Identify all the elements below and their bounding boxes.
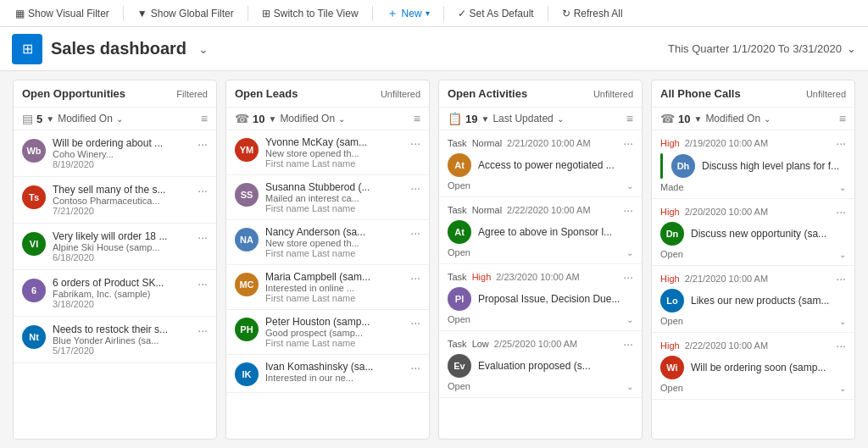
more-options-icon[interactable]: ··· <box>407 181 420 195</box>
status-chevron-icon[interactable]: ⌄ <box>839 183 846 192</box>
open-opportunities-filter-icon[interactable]: ≡ <box>201 112 208 125</box>
more-options-icon[interactable]: ··· <box>194 277 208 290</box>
more-options-icon[interactable]: ··· <box>407 136 420 150</box>
opportunity-content: Needs to restock their s... Blue Yonder … <box>53 324 187 356</box>
title-chevron-icon[interactable]: ⌄ <box>198 42 209 56</box>
status-chevron-icon[interactable]: ⌄ <box>626 181 633 191</box>
more-options-icon[interactable]: ··· <box>194 184 208 197</box>
more-options-icon[interactable]: ··· <box>836 136 846 150</box>
dashboard-header: ⊞ Sales dashboard ⌄ This Quarter 1/1/202… <box>0 27 868 71</box>
activity-item[interactable]: Task Low 2/25/2020 10:00 AM ··· Ev Evalu… <box>439 331 642 398</box>
phone-call-item[interactable]: High 2/21/2020 10:00 AM ··· Lo Likes our… <box>652 266 854 333</box>
new-button[interactable]: ＋ New ▾ <box>380 3 437 24</box>
opportunity-content: Very likely will order 18 ... Alpine Ski… <box>53 230 187 263</box>
date-range-selector[interactable]: This Quarter 1/1/2020 To 3/31/2020 ⌄ <box>668 42 856 55</box>
phone-call-item[interactable]: High 2/20/2020 10:00 AM ··· Dn Discuss n… <box>652 199 854 266</box>
more-options-icon[interactable]: ··· <box>836 272 846 285</box>
open-leads-filter-tag: Unfiltered <box>381 89 420 99</box>
lead-description: Interested in online ... <box>265 283 400 293</box>
more-options-icon[interactable]: ··· <box>194 324 208 337</box>
more-options-icon[interactable]: ··· <box>194 230 208 244</box>
open-activities-filter-icon[interactable]: ≡ <box>626 112 633 125</box>
toolbar-separator-3 <box>372 6 373 21</box>
phone-mid: Lo Likes our new products (sam... <box>660 289 846 312</box>
phone-mid: Wi Will be ordering soon (samp... <box>660 356 846 379</box>
set-as-default-button[interactable]: ✓ Set As Default <box>451 5 541 22</box>
more-options-icon[interactable]: ··· <box>623 270 633 284</box>
open-opportunities-count: 5 <box>36 113 42 125</box>
checkmark-icon: ✓ <box>458 8 466 19</box>
lead-item[interactable]: NA Nancy Anderson (sa... New store opene… <box>226 220 429 265</box>
opportunity-item[interactable]: Wb Will be ordering about ... Coho Winer… <box>14 130 216 177</box>
more-options-icon[interactable]: ··· <box>407 316 420 329</box>
lead-item[interactable]: PH Peter Houston (samp... Good prospect … <box>226 310 429 355</box>
status-chevron-icon[interactable]: ⌄ <box>626 315 633 324</box>
status-chevron-icon[interactable]: ⌄ <box>839 384 846 393</box>
phone-meta: High 2/21/2020 10:00 AM ··· <box>660 272 846 285</box>
all-phone-calls-count: 10 <box>678 113 690 125</box>
show-visual-filter-button[interactable]: ▦ Show Visual Filter <box>8 5 116 22</box>
status-chevron-icon[interactable]: ⌄ <box>626 248 633 257</box>
toolbar-separator-5 <box>548 6 548 21</box>
activity-date: 2/22/2020 10:00 AM <box>507 205 590 215</box>
status-chevron-icon[interactable]: ⌄ <box>839 317 846 326</box>
more-options-icon[interactable]: ··· <box>407 271 420 285</box>
opportunity-title: Needs to restock their s... <box>53 324 187 335</box>
opportunity-title: 6 orders of Product SK... <box>53 277 187 289</box>
switch-to-tile-view-button[interactable]: ⊞ Switch to Tile View <box>255 5 365 22</box>
opportunity-item[interactable]: 6 6 orders of Product SK... Fabrikam, In… <box>14 270 216 317</box>
opportunity-date: 8/19/2020 <box>53 159 187 169</box>
all-phone-calls-filter-icon[interactable]: ≡ <box>839 112 846 125</box>
more-options-icon[interactable]: ··· <box>623 136 633 150</box>
lead-item[interactable]: YM Yvonne McKay (sam... New store opened… <box>226 130 429 175</box>
open-activities-sort-label[interactable]: Last Updated <box>492 113 553 124</box>
refresh-all-button[interactable]: ↻ Refresh All <box>555 5 630 22</box>
activity-item[interactable]: Task Normal 2/22/2020 10:00 AM ··· At Ag… <box>439 197 642 264</box>
activity-item[interactable]: Task High 2/23/2020 10:00 AM ··· Pl Prop… <box>439 264 642 331</box>
open-leads-sort-label[interactable]: Modified On <box>280 113 335 124</box>
all-phone-calls-items: High 2/19/2020 10:00 AM ··· Dh Discuss h… <box>652 130 854 439</box>
more-options-icon[interactable]: ··· <box>836 339 846 352</box>
opportunity-item[interactable]: Nt Needs to restock their s... Blue Yond… <box>14 317 216 363</box>
phone-call-item[interactable]: High 2/22/2020 10:00 AM ··· Wi Will be o… <box>652 333 854 400</box>
lead-item[interactable]: IK Ivan Komashinsky (sa... Interested in… <box>226 355 429 393</box>
opportunity-item[interactable]: Vl Very likely will order 18 ... Alpine … <box>14 224 216 270</box>
activity-priority: High <box>472 272 492 282</box>
more-options-icon[interactable]: ··· <box>407 226 420 240</box>
open-activities-title: Open Activities <box>448 87 527 100</box>
activity-status-label: Open <box>448 314 470 324</box>
all-phone-calls-sort-label[interactable]: Modified On <box>705 113 760 124</box>
open-activities-items: Task Normal 2/21/2020 10:00 AM ··· At Ac… <box>439 130 642 439</box>
more-options-icon[interactable]: ··· <box>623 337 633 351</box>
avatar: Vl <box>22 232 46 256</box>
lead-meta: First name Last name <box>265 293 400 303</box>
phone-date: 2/19/2020 10:00 AM <box>685 138 768 148</box>
activity-meta: Task Normal 2/22/2020 10:00 AM ··· <box>448 203 633 217</box>
more-options-icon[interactable]: ··· <box>623 203 633 217</box>
activity-type: Task <box>448 339 467 349</box>
phone-status-label: Open <box>660 383 683 393</box>
lead-item[interactable]: SS Susanna Stubberod (... Mailed an inte… <box>226 175 429 220</box>
open-leads-filter-icon[interactable]: ≡ <box>414 112 420 125</box>
more-options-icon[interactable]: ··· <box>407 361 420 374</box>
more-options-icon[interactable]: ··· <box>836 205 846 218</box>
activity-type: Task <box>448 205 467 215</box>
activity-item[interactable]: Task Normal 2/21/2020 10:00 AM ··· At Ac… <box>439 130 642 197</box>
activity-type: Task <box>448 138 467 148</box>
opportunity-item[interactable]: Ts They sell many of the s... Contoso Ph… <box>14 177 216 224</box>
opportunity-title: Very likely will order 18 ... <box>53 230 187 242</box>
avatar: NA <box>235 228 259 252</box>
phone-priority: High <box>660 340 680 351</box>
calendar-icon: 📋 <box>448 112 462 125</box>
activity-title: Proposal Issue, Decision Due... <box>478 293 633 305</box>
lead-description: New store opened th... <box>265 148 400 158</box>
phone-mid: Dn Discuss new opportunity (sa... <box>660 222 846 246</box>
open-opportunities-sort-label[interactable]: Modified On <box>58 113 113 124</box>
show-global-filter-button[interactable]: ▼ Show Global Filter <box>131 5 241 22</box>
lead-item[interactable]: MC Maria Campbell (sam... Interested in … <box>226 265 429 310</box>
more-options-icon[interactable]: ··· <box>194 137 208 151</box>
lead-name: Yvonne McKay (sam... <box>265 136 400 148</box>
status-chevron-icon[interactable]: ⌄ <box>626 382 633 391</box>
status-chevron-icon[interactable]: ⌄ <box>839 250 846 259</box>
phone-call-item[interactable]: High 2/19/2020 10:00 AM ··· Dh Discuss h… <box>652 130 854 199</box>
